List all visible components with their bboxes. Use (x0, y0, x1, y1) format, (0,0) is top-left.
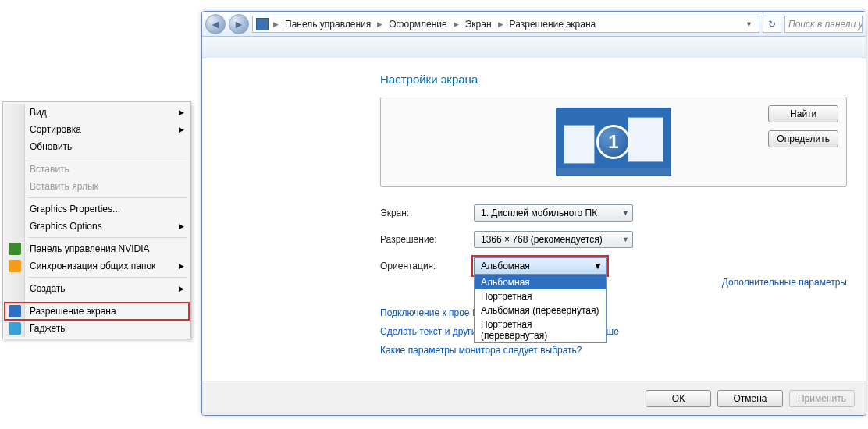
submenu-arrow-icon: ▶ (179, 285, 184, 292)
window-preview-icon (628, 117, 663, 162)
monitor-help-link[interactable]: Какие параметры монитора следует выбрать… (380, 345, 847, 356)
monitor-icon (9, 305, 21, 317)
monitor-icon (256, 18, 269, 30)
separator (28, 237, 187, 238)
breadcrumb-design[interactable]: Оформление (384, 16, 451, 32)
links-area: Подключение к прое і коснитесь Р) Сделат… (380, 307, 847, 356)
separator (28, 158, 187, 158)
advanced-settings-link[interactable]: Дополнительные параметры (722, 277, 847, 288)
cm-sort-label: Сортировка (30, 124, 81, 135)
refresh-icon: ↻ (768, 19, 776, 30)
cm-screen-resolution-label: Разрешение экрана (30, 306, 116, 317)
ok-button[interactable]: ОК (646, 390, 711, 407)
nav-back-button[interactable]: ◄ (205, 14, 226, 34)
cm-view-label: Вид (30, 107, 47, 118)
cm-paste-label: Вставить (30, 164, 69, 175)
projector-link-text: Подключение к прое (380, 307, 470, 318)
submenu-arrow-icon: ▶ (179, 222, 184, 230)
breadcrumb[interactable]: ▶ Панель управления ▶ Оформление ▶ Экран… (252, 16, 760, 33)
cm-refresh[interactable]: Обновить (5, 138, 189, 155)
orientation-dropdown-wrapper: Альбомная ▼ Альбомная Портретная Альбомн… (474, 257, 607, 275)
monitor-preview-frame: 1 Найти Определить (380, 97, 847, 187)
cm-graphics-properties[interactable]: Graphics Properties... (5, 200, 189, 218)
detect-button[interactable]: Определить (768, 130, 838, 147)
monitor-number-badge: 1 (596, 125, 631, 159)
chevron-right-icon: ▶ (496, 20, 505, 28)
cm-nvidia-label: Панель управления NVIDIA (30, 243, 150, 254)
refresh-button[interactable]: ↻ (763, 16, 781, 33)
resolution-label: Разрешение: (380, 234, 474, 245)
submenu-arrow-icon: ▶ (179, 126, 184, 133)
orientation-options-list: Альбомная Портретная Альбомная (переверн… (474, 275, 607, 343)
chevron-down-icon: ▼ (622, 209, 629, 217)
desktop-context-menu: Вид ▶ Сортировка ▶ Обновить Вставить Вст… (2, 101, 191, 339)
apply-button[interactable]: Применить (789, 390, 855, 407)
projector-link[interactable]: Подключение к прое і коснитесь Р) (380, 307, 847, 318)
resolution-dropdown-value: 1366 × 768 (рекомендуется) (481, 234, 603, 245)
chevron-right-icon: ▶ (375, 20, 384, 28)
sync-icon (9, 260, 21, 272)
chevron-down-icon: ▼ (593, 261, 603, 271)
monitor-thumbnail[interactable]: 1 (556, 108, 671, 176)
cm-screen-resolution[interactable]: Разрешение экрана (5, 303, 189, 320)
chevron-down-icon: ▼ (622, 236, 629, 243)
window-preview-icon (564, 125, 595, 164)
cm-view[interactable]: Вид ▶ (5, 104, 189, 121)
monitor-help-link-text: Какие параметры монитора следует выбрать… (380, 345, 582, 356)
find-button[interactable]: Найти (768, 105, 838, 122)
orientation-option[interactable]: Альбомная (475, 275, 606, 289)
cancel-button[interactable]: Отмена (717, 390, 783, 407)
breadcrumb-resolution[interactable]: Разрешение экрана (505, 16, 601, 32)
cm-sync-shared-label: Синхронизация общих папок (30, 261, 155, 271)
screen-dropdown[interactable]: 1. Дисплей мобильного ПК ▼ (474, 204, 633, 222)
page-title: Настройки экрана (380, 73, 847, 86)
nvidia-icon (9, 243, 21, 255)
back-arrow-icon: ◄ (210, 18, 221, 30)
separator (28, 300, 187, 300)
resolution-row: Разрешение: 1366 × 768 (рекомендуется) ▼ (380, 231, 847, 248)
search-placeholder: Поиск в панели упр (788, 19, 863, 30)
screen-resolution-window: ◄ ► ▶ Панель управления ▶ Оформление ▶ Э… (201, 11, 866, 416)
cm-refresh-label: Обновить (30, 141, 72, 152)
chevron-right-icon: ▶ (272, 20, 280, 28)
cm-graphics-options-label: Graphics Options (30, 221, 102, 232)
separator (28, 277, 187, 278)
submenu-arrow-icon: ▶ (179, 262, 184, 270)
address-bar: ◄ ► ▶ Панель управления ▶ Оформление ▶ Э… (202, 12, 866, 37)
orientation-option[interactable]: Альбомная (перевернутая) (475, 303, 606, 317)
cm-paste-shortcut-label: Вставить ярлык (30, 181, 98, 192)
chevron-right-icon: ▶ (452, 20, 461, 28)
orientation-option[interactable]: Портретная (475, 289, 606, 303)
chevron-down-icon[interactable]: ▼ (742, 20, 756, 28)
orientation-dropdown[interactable]: Альбомная ▼ (474, 257, 607, 275)
cm-sync-shared[interactable]: Синхронизация общих папок ▶ (5, 257, 189, 275)
cm-create[interactable]: Создать ▶ (5, 280, 189, 297)
cm-graphics-options[interactable]: Graphics Options ▶ (5, 218, 189, 235)
cm-nvidia[interactable]: Панель управления NVIDIA (5, 240, 189, 257)
search-input[interactable]: Поиск в панели упр (784, 16, 863, 33)
cm-sort[interactable]: Сортировка ▶ (5, 121, 189, 138)
orientation-selected-value: Альбомная (481, 261, 530, 271)
breadcrumb-screen[interactable]: Экран (461, 16, 496, 32)
toolbar (202, 37, 866, 58)
cm-gadgets-label: Гаджеты (30, 323, 67, 334)
orientation-label: Ориентация: (380, 261, 474, 271)
nav-forward-button[interactable]: ► (229, 14, 249, 34)
text-size-link[interactable]: Сделать текст и другие элементы больше и… (380, 326, 847, 337)
resolution-dropdown[interactable]: 1366 × 768 (рекомендуется) ▼ (474, 231, 633, 248)
breadcrumb-root[interactable]: Панель управления (280, 16, 375, 32)
cm-paste: Вставить (5, 161, 189, 178)
gadgets-icon (9, 322, 21, 335)
cm-gadgets[interactable]: Гаджеты (5, 320, 189, 337)
cm-create-label: Создать (30, 283, 66, 294)
orientation-row: Ориентация: Альбомная ▼ Альбомная Портре… (380, 257, 847, 275)
screen-label: Экран: (380, 207, 474, 218)
screen-row: Экран: 1. Дисплей мобильного ПК ▼ (380, 204, 847, 222)
cm-paste-shortcut: Вставить ярлык (5, 178, 189, 195)
taskbar-preview (557, 168, 670, 175)
orientation-option[interactable]: Портретная (перевернутая) (475, 317, 606, 342)
submenu-arrow-icon: ▶ (179, 108, 184, 116)
screen-dropdown-value: 1. Дисплей мобильного ПК (481, 207, 597, 218)
button-bar: ОК Отмена Применить (202, 381, 866, 415)
separator (28, 197, 187, 198)
